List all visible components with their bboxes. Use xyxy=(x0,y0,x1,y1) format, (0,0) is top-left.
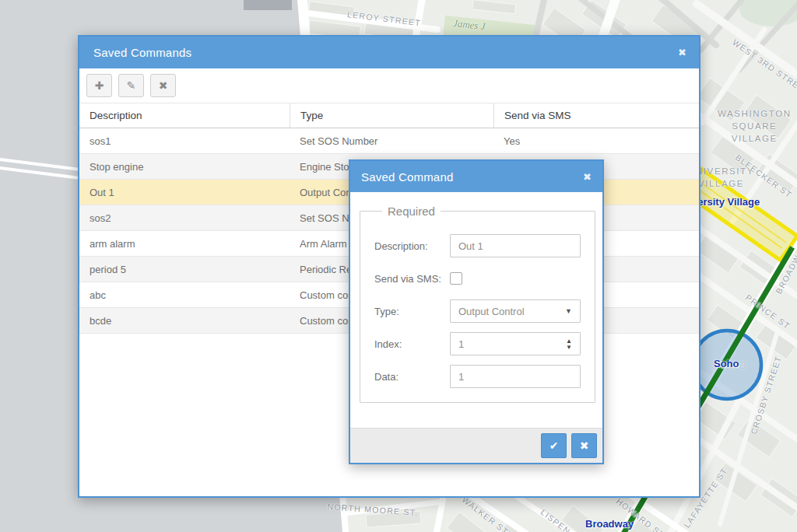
map-label: LEROY STREET xyxy=(347,9,422,28)
cell-type: Set SOS Number xyxy=(290,135,493,147)
send-via-sms-row: Send via SMS: xyxy=(374,267,581,290)
table-header: Description Type Send via SMS xyxy=(79,103,699,128)
description-row: Description: xyxy=(374,234,581,257)
stepper-down-icon[interactable]: ▼ xyxy=(566,345,572,350)
map-label: WALKER STREET xyxy=(461,495,531,532)
map-label: BLEECKER ST xyxy=(734,152,794,200)
marker-label[interactable]: Broadway xyxy=(585,518,634,530)
description-input[interactable] xyxy=(450,234,581,257)
confirm-button[interactable]: ✔ xyxy=(541,433,567,458)
data-row: Data: xyxy=(374,365,581,388)
data-input[interactable] xyxy=(450,365,581,388)
chevron-down-icon: ▼ xyxy=(565,307,572,315)
column-header-send-via-sms[interactable]: Send via SMS xyxy=(493,103,699,128)
close-icon[interactable]: ✖ xyxy=(678,47,686,58)
map-label: WASHINGTON SQUARE VILLAGE xyxy=(718,107,792,145)
stepper-up-icon[interactable]: ▲ xyxy=(566,338,572,344)
saved-command-titlebar[interactable]: Saved Command ✖ xyxy=(350,161,602,192)
map-label: WEST 3RD STREET xyxy=(731,37,797,97)
fieldset-legend: Required xyxy=(382,205,441,218)
app-stage: LEROY STREETJames JWEST 3RD STREETWASHIN… xyxy=(0,0,797,532)
marker-label[interactable]: Soho xyxy=(714,358,739,369)
pencil-icon: ✎ xyxy=(127,79,136,92)
edit-command-button[interactable]: ✎ xyxy=(118,74,144,97)
checkmark-icon: ✔ xyxy=(549,439,559,452)
dialog-title: Saved Command xyxy=(361,170,454,184)
map-label: LISPENARD ST xyxy=(539,507,601,532)
saved-command-body: Required Description: Send via SMS: Type… xyxy=(350,192,602,428)
column-header-description[interactable]: Description xyxy=(79,103,290,128)
map-label: NORTH MOORE ST. xyxy=(327,502,419,517)
index-label: Index: xyxy=(374,338,402,350)
cancel-button[interactable]: ✖ xyxy=(571,433,597,458)
delete-icon: ✖ xyxy=(159,79,168,92)
table-row[interactable]: sos1Set SOS NumberYes xyxy=(79,128,699,154)
index-value: 1 xyxy=(458,338,566,350)
map-label: BROADWAY xyxy=(774,243,797,296)
close-icon: ✖ xyxy=(580,439,589,452)
column-header-type[interactable]: Type xyxy=(290,103,493,128)
cell-description: period 5 xyxy=(79,264,290,275)
saved-command-dialog: Saved Command ✖ Required Description: Se… xyxy=(349,159,604,464)
cell-description: Out 1 xyxy=(79,187,290,198)
cell-description: sos1 xyxy=(79,135,290,147)
saved-commands-titlebar[interactable]: Saved Commands ✖ xyxy=(79,37,699,68)
required-fieldset: Required Description: Send via SMS: Type… xyxy=(360,205,595,403)
type-select-value: Output Control xyxy=(458,306,565,317)
map-label: CROSBY STREET xyxy=(749,355,783,436)
commands-toolbar: ✚ ✎ ✖ xyxy=(79,68,699,103)
map-label: SOHO xyxy=(711,360,748,371)
map-label: PRINCE ST xyxy=(744,292,792,331)
type-select[interactable]: Output Control ▼ xyxy=(450,299,581,323)
send-via-sms-checkbox[interactable] xyxy=(450,272,462,285)
close-icon[interactable]: ✖ xyxy=(583,171,592,183)
cell-description: bcde xyxy=(79,315,290,327)
index-row: Index: 1 ▲ ▼ xyxy=(374,332,581,355)
cell-description: Stop engine xyxy=(79,161,290,173)
map-label: HOWARD STREET xyxy=(615,496,687,532)
type-row: Type: Output Control ▼ xyxy=(374,299,581,323)
description-label: Description: xyxy=(374,240,450,252)
add-command-button[interactable]: ✚ xyxy=(86,74,112,97)
delete-command-button[interactable]: ✖ xyxy=(150,74,176,97)
index-stepper[interactable]: 1 ▲ ▼ xyxy=(450,332,581,355)
cell-description: arm alarm xyxy=(79,238,290,250)
map-label: James J xyxy=(452,17,486,33)
cell-description: abc xyxy=(79,289,290,301)
plus-icon: ✚ xyxy=(95,79,104,92)
cell-sms: Yes xyxy=(493,135,699,147)
cell-description: sos2 xyxy=(79,212,290,224)
dialog-title: Saved Commands xyxy=(93,46,191,59)
type-label: Type: xyxy=(374,306,450,317)
send-via-sms-label: Send via SMS: xyxy=(374,273,450,285)
data-label: Data: xyxy=(374,371,450,383)
saved-command-footer: ✔ ✖ xyxy=(350,428,602,463)
